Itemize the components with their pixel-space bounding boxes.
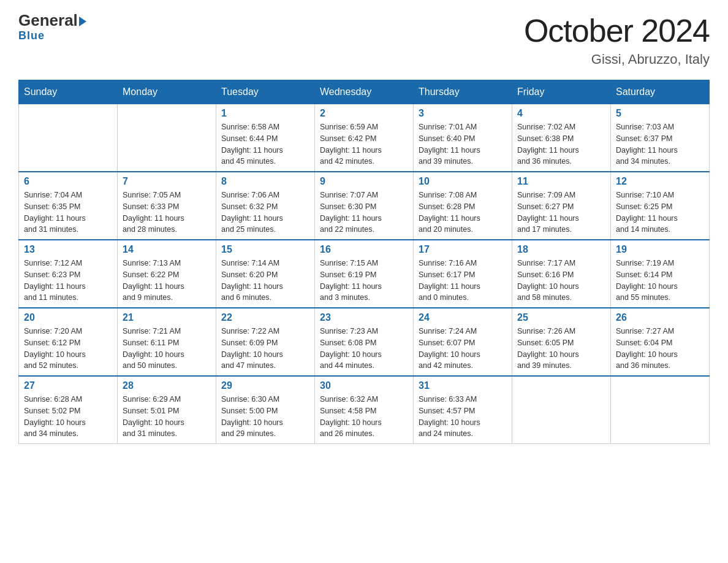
column-header-wednesday: Wednesday bbox=[315, 80, 414, 104]
day-number: 18 bbox=[517, 244, 605, 255]
calendar-cell: 8Sunrise: 7:06 AM Sunset: 6:32 PM Daylig… bbox=[216, 172, 315, 240]
column-header-friday: Friday bbox=[512, 80, 611, 104]
day-info: Sunrise: 7:23 AM Sunset: 6:08 PM Dayligh… bbox=[320, 326, 408, 372]
calendar-cell: 11Sunrise: 7:09 AM Sunset: 6:27 PM Dayli… bbox=[512, 172, 611, 240]
day-number: 11 bbox=[517, 176, 605, 187]
day-info: Sunrise: 7:03 AM Sunset: 6:37 PM Dayligh… bbox=[616, 121, 704, 167]
day-number: 12 bbox=[616, 176, 704, 187]
day-number: 30 bbox=[320, 380, 408, 391]
day-number: 17 bbox=[419, 244, 507, 255]
day-number: 16 bbox=[320, 244, 408, 255]
day-number: 10 bbox=[419, 176, 507, 187]
day-number: 29 bbox=[221, 380, 309, 391]
day-number: 1 bbox=[221, 108, 309, 119]
column-header-tuesday: Tuesday bbox=[216, 80, 315, 104]
day-info: Sunrise: 7:22 AM Sunset: 6:09 PM Dayligh… bbox=[221, 326, 309, 372]
day-info: Sunrise: 7:06 AM Sunset: 6:32 PM Dayligh… bbox=[221, 190, 309, 236]
calendar-cell: 30Sunrise: 6:32 AM Sunset: 4:58 PM Dayli… bbox=[315, 376, 414, 444]
calendar-cell: 6Sunrise: 7:04 AM Sunset: 6:35 PM Daylig… bbox=[19, 172, 118, 240]
day-number: 5 bbox=[616, 108, 704, 119]
day-info: Sunrise: 6:59 AM Sunset: 6:42 PM Dayligh… bbox=[320, 121, 408, 167]
day-number: 19 bbox=[616, 244, 704, 255]
calendar-cell: 10Sunrise: 7:08 AM Sunset: 6:28 PM Dayli… bbox=[414, 172, 512, 240]
calendar-cell bbox=[611, 376, 710, 444]
day-info: Sunrise: 7:24 AM Sunset: 6:07 PM Dayligh… bbox=[419, 326, 507, 372]
calendar-cell: 5Sunrise: 7:03 AM Sunset: 6:37 PM Daylig… bbox=[611, 104, 710, 172]
day-number: 2 bbox=[320, 108, 408, 119]
column-header-saturday: Saturday bbox=[611, 80, 710, 104]
day-info: Sunrise: 7:10 AM Sunset: 6:25 PM Dayligh… bbox=[616, 190, 704, 236]
calendar-cell: 25Sunrise: 7:26 AM Sunset: 6:05 PM Dayli… bbox=[512, 308, 611, 376]
day-number: 6 bbox=[24, 176, 112, 187]
week-row-1: 1Sunrise: 6:58 AM Sunset: 6:44 PM Daylig… bbox=[19, 104, 710, 172]
day-number: 9 bbox=[320, 176, 408, 187]
day-number: 15 bbox=[221, 244, 309, 255]
calendar-cell: 13Sunrise: 7:12 AM Sunset: 6:23 PM Dayli… bbox=[19, 240, 118, 308]
day-info: Sunrise: 7:01 AM Sunset: 6:40 PM Dayligh… bbox=[419, 121, 507, 167]
calendar-cell: 29Sunrise: 6:30 AM Sunset: 5:00 PM Dayli… bbox=[216, 376, 315, 444]
week-row-4: 20Sunrise: 7:20 AM Sunset: 6:12 PM Dayli… bbox=[19, 308, 710, 376]
logo-blue: Blue bbox=[18, 29, 45, 42]
day-info: Sunrise: 7:21 AM Sunset: 6:11 PM Dayligh… bbox=[123, 326, 211, 372]
calendar-cell bbox=[512, 376, 611, 444]
calendar-cell: 22Sunrise: 7:22 AM Sunset: 6:09 PM Dayli… bbox=[216, 308, 315, 376]
calendar-cell: 2Sunrise: 6:59 AM Sunset: 6:42 PM Daylig… bbox=[315, 104, 414, 172]
day-info: Sunrise: 6:30 AM Sunset: 5:00 PM Dayligh… bbox=[221, 394, 309, 440]
calendar-cell: 17Sunrise: 7:16 AM Sunset: 6:17 PM Dayli… bbox=[414, 240, 512, 308]
day-number: 4 bbox=[517, 108, 605, 119]
calendar-cell: 4Sunrise: 7:02 AM Sunset: 6:38 PM Daylig… bbox=[512, 104, 611, 172]
logo-text: General bbox=[18, 12, 86, 28]
day-number: 28 bbox=[123, 380, 211, 391]
day-number: 26 bbox=[616, 312, 704, 323]
day-info: Sunrise: 7:20 AM Sunset: 6:12 PM Dayligh… bbox=[24, 326, 112, 372]
day-info: Sunrise: 7:15 AM Sunset: 6:19 PM Dayligh… bbox=[320, 258, 408, 304]
calendar-table: SundayMondayTuesdayWednesdayThursdayFrid… bbox=[18, 80, 710, 444]
month-title: October 2024 bbox=[524, 12, 710, 49]
day-info: Sunrise: 6:29 AM Sunset: 5:01 PM Dayligh… bbox=[123, 394, 211, 440]
calendar-cell: 14Sunrise: 7:13 AM Sunset: 6:22 PM Dayli… bbox=[118, 240, 216, 308]
calendar-cell: 23Sunrise: 7:23 AM Sunset: 6:08 PM Dayli… bbox=[315, 308, 414, 376]
day-number: 24 bbox=[419, 312, 507, 323]
day-info: Sunrise: 7:07 AM Sunset: 6:30 PM Dayligh… bbox=[320, 190, 408, 236]
calendar-cell: 18Sunrise: 7:17 AM Sunset: 6:16 PM Dayli… bbox=[512, 240, 611, 308]
calendar-cell: 28Sunrise: 6:29 AM Sunset: 5:01 PM Dayli… bbox=[118, 376, 216, 444]
day-number: 27 bbox=[24, 380, 112, 391]
calendar-cell bbox=[118, 104, 216, 172]
calendar-cell: 20Sunrise: 7:20 AM Sunset: 6:12 PM Dayli… bbox=[19, 308, 118, 376]
calendar-cell: 3Sunrise: 7:01 AM Sunset: 6:40 PM Daylig… bbox=[414, 104, 512, 172]
day-info: Sunrise: 7:02 AM Sunset: 6:38 PM Dayligh… bbox=[517, 121, 605, 167]
day-number: 3 bbox=[419, 108, 507, 119]
day-number: 20 bbox=[24, 312, 112, 323]
day-number: 21 bbox=[123, 312, 211, 323]
day-info: Sunrise: 6:32 AM Sunset: 4:58 PM Dayligh… bbox=[320, 394, 408, 440]
day-info: Sunrise: 7:05 AM Sunset: 6:33 PM Dayligh… bbox=[123, 190, 211, 236]
day-info: Sunrise: 6:33 AM Sunset: 4:57 PM Dayligh… bbox=[419, 394, 507, 440]
calendar-cell: 1Sunrise: 6:58 AM Sunset: 6:44 PM Daylig… bbox=[216, 104, 315, 172]
calendar-cell bbox=[19, 104, 118, 172]
day-info: Sunrise: 6:58 AM Sunset: 6:44 PM Dayligh… bbox=[221, 121, 309, 167]
day-info: Sunrise: 6:28 AM Sunset: 5:02 PM Dayligh… bbox=[24, 394, 112, 440]
calendar-cell: 16Sunrise: 7:15 AM Sunset: 6:19 PM Dayli… bbox=[315, 240, 414, 308]
header-row: SundayMondayTuesdayWednesdayThursdayFrid… bbox=[19, 80, 710, 104]
day-info: Sunrise: 7:08 AM Sunset: 6:28 PM Dayligh… bbox=[419, 190, 507, 236]
column-header-monday: Monday bbox=[118, 80, 216, 104]
calendar-cell: 26Sunrise: 7:27 AM Sunset: 6:04 PM Dayli… bbox=[611, 308, 710, 376]
title-area: October 2024 Gissi, Abruzzo, Italy bbox=[524, 12, 710, 67]
calendar-cell: 31Sunrise: 6:33 AM Sunset: 4:57 PM Dayli… bbox=[414, 376, 512, 444]
calendar-cell: 19Sunrise: 7:19 AM Sunset: 6:14 PM Dayli… bbox=[611, 240, 710, 308]
week-row-5: 27Sunrise: 6:28 AM Sunset: 5:02 PM Dayli… bbox=[19, 376, 710, 444]
day-info: Sunrise: 7:19 AM Sunset: 6:14 PM Dayligh… bbox=[616, 258, 704, 304]
day-info: Sunrise: 7:17 AM Sunset: 6:16 PM Dayligh… bbox=[517, 258, 605, 304]
week-row-2: 6Sunrise: 7:04 AM Sunset: 6:35 PM Daylig… bbox=[19, 172, 710, 240]
column-header-thursday: Thursday bbox=[414, 80, 512, 104]
day-info: Sunrise: 7:09 AM Sunset: 6:27 PM Dayligh… bbox=[517, 190, 605, 236]
logo: General Blue bbox=[18, 12, 86, 42]
calendar-cell: 27Sunrise: 6:28 AM Sunset: 5:02 PM Dayli… bbox=[19, 376, 118, 444]
column-header-sunday: Sunday bbox=[19, 80, 118, 104]
day-info: Sunrise: 7:26 AM Sunset: 6:05 PM Dayligh… bbox=[517, 326, 605, 372]
day-number: 22 bbox=[221, 312, 309, 323]
day-number: 7 bbox=[123, 176, 211, 187]
day-number: 31 bbox=[419, 380, 507, 391]
day-info: Sunrise: 7:13 AM Sunset: 6:22 PM Dayligh… bbox=[123, 258, 211, 304]
day-number: 14 bbox=[123, 244, 211, 255]
